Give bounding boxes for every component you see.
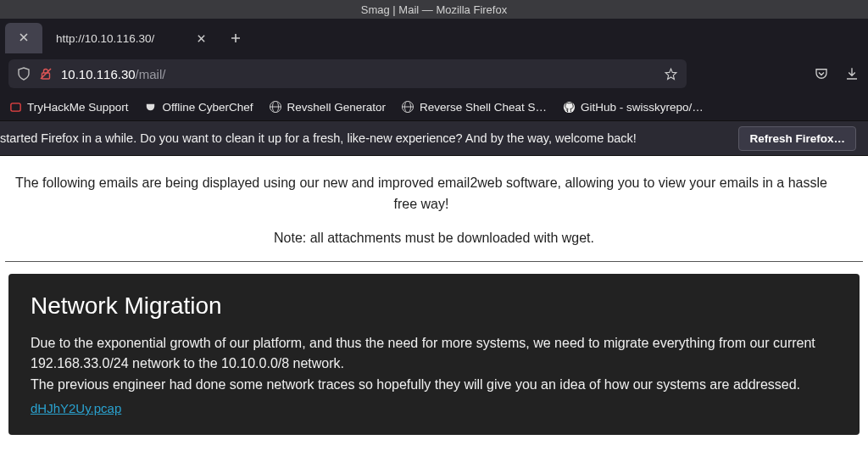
tab-label: http://10.10.116.30/ xyxy=(56,32,154,45)
url-bar[interactable]: 10.10.116.30/mail/ xyxy=(8,59,687,88)
bookmark-label: TryHackMe Support xyxy=(27,101,129,114)
toolbar-right xyxy=(814,66,860,81)
email-body-line1: Due to the exponential growth of our pla… xyxy=(31,336,815,371)
favicon-thm xyxy=(8,100,22,114)
bookmark-cyberchef[interactable]: Offline CyberChef xyxy=(144,100,253,114)
bookmarks-bar: TryHackMe Support Offline CyberChef Revs… xyxy=(0,93,868,120)
download-icon[interactable] xyxy=(844,66,860,81)
close-icon[interactable] xyxy=(19,32,29,45)
bookmark-revshell[interactable]: Revshell Generator xyxy=(269,100,386,114)
bookmark-label: Offline CyberChef xyxy=(163,101,253,114)
window-title: Smag | Mail — Mozilla Firefox xyxy=(361,3,507,16)
shield-icon[interactable] xyxy=(17,67,31,81)
bookmark-reverseshellcheat[interactable]: Reverse Shell Cheat S… xyxy=(401,100,547,114)
tab-active[interactable] xyxy=(5,23,42,53)
bookmark-tryhackme[interactable]: TryHackMe Support xyxy=(8,100,129,114)
lock-insecure-icon[interactable] xyxy=(39,67,53,81)
divider xyxy=(5,261,863,262)
svg-rect-1 xyxy=(10,103,19,110)
email-card: Network Migration Due to the exponential… xyxy=(8,274,860,435)
bookmark-label: GitHub - swisskyrepo/… xyxy=(581,101,704,114)
email-body-line2: The previous engineer had done some netw… xyxy=(31,377,800,392)
globe-icon xyxy=(401,100,415,114)
info-bar: started Firefox in a while. Do you want … xyxy=(0,120,868,156)
pocket-icon[interactable] xyxy=(814,66,829,81)
email-title: Network Migration xyxy=(31,292,837,320)
tab-strip: http://10.10.116.30/ xyxy=(0,19,868,54)
close-icon[interactable] xyxy=(192,29,210,47)
page-content: The following emails are being displayed… xyxy=(0,156,868,451)
bookmark-label: Reverse Shell Cheat S… xyxy=(420,101,547,114)
attachment-link[interactable]: dHJhY2Uy.pcap xyxy=(31,401,121,415)
favicon-cyberchef xyxy=(144,100,158,114)
info-bar-message: started Firefox in a while. Do you want … xyxy=(0,131,637,145)
url-host: 10.10.116.30 xyxy=(61,67,136,81)
intro-text: The following emails are being displayed… xyxy=(3,168,865,215)
tab-inactive[interactable]: http://10.10.116.30/ xyxy=(47,23,217,53)
window-titlebar: Smag | Mail — Mozilla Firefox xyxy=(0,0,868,19)
bookmark-star-icon[interactable] xyxy=(664,67,678,81)
github-icon xyxy=(562,100,576,114)
url-path: /mail/ xyxy=(136,67,166,81)
refresh-firefox-button[interactable]: Refresh Firefox… xyxy=(738,126,856,151)
note-text: Note: all attachments must be downloaded… xyxy=(3,231,865,246)
url-text[interactable]: 10.10.116.30/mail/ xyxy=(61,67,655,81)
globe-icon xyxy=(269,100,282,114)
new-tab-button[interactable] xyxy=(222,25,249,52)
nav-toolbar: 10.10.116.30/mail/ xyxy=(0,54,868,93)
bookmark-github[interactable]: GitHub - swisskyrepo/… xyxy=(562,100,704,114)
bookmark-label: Revshell Generator xyxy=(287,101,386,114)
